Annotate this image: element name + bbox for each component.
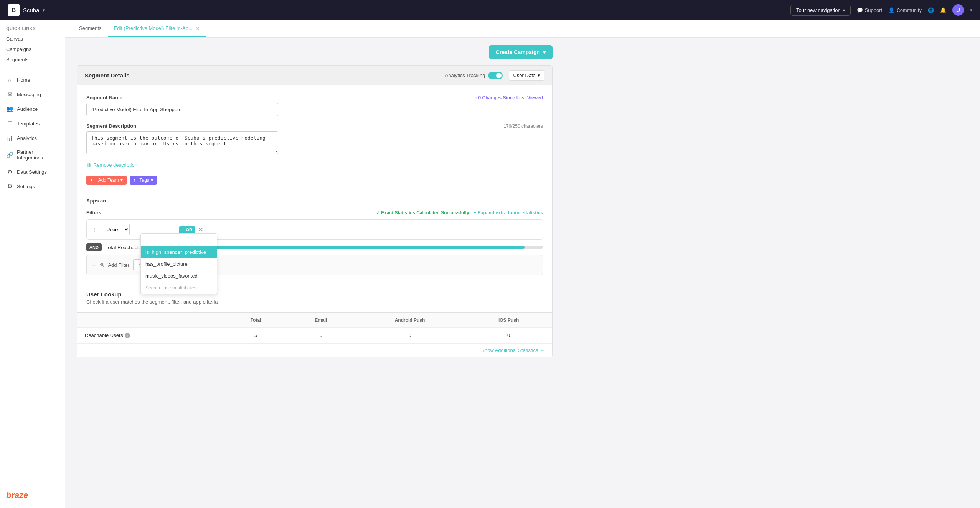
sidebar-item-home[interactable]: ⌂ Home xyxy=(0,73,65,87)
analytics-tracking-toggle[interactable] xyxy=(488,72,503,79)
header-right: Analytics Tracking User Data ▾ xyxy=(445,70,544,81)
sidebar-item-messaging[interactable]: ✉ Messaging xyxy=(0,87,65,102)
segment-card: Segment Details Analytics Tracking User … xyxy=(77,65,553,357)
segment-description-textarea[interactable]: This segment is the outcome of Scuba's p… xyxy=(86,131,278,154)
add-tags-chevron-icon: ▾ xyxy=(151,178,153,183)
sidebar-label-data-settings: Data Settings xyxy=(17,169,47,175)
content-area: Create Campaign ▾ Segment Details Analyt… xyxy=(65,38,564,365)
community-link[interactable]: 👤 Community xyxy=(888,7,922,13)
dropdown-item-is-high-spender[interactable]: is_high_spender_predictive xyxy=(141,246,217,258)
analytics-icon: 📊 xyxy=(6,135,13,141)
support-link[interactable]: 💬 Support xyxy=(857,7,883,13)
show-additional-row: Show Additional Statistics → xyxy=(77,343,552,357)
create-campaign-chevron-icon: ▾ xyxy=(543,49,546,55)
segment-description-label-row: Segment Description 176/250 characters xyxy=(86,123,543,129)
drag-handle-icon[interactable]: ⋮ xyxy=(92,227,97,233)
cell-total: 5 xyxy=(224,328,287,343)
row-label: Reachable Users i xyxy=(77,328,224,343)
sidebar-item-audience[interactable]: 👥 Audience xyxy=(0,102,65,116)
tab-close-icon[interactable]: ✕ xyxy=(196,26,200,31)
trash-icon: 🗑 xyxy=(86,162,91,168)
or-badge[interactable]: + OR xyxy=(179,226,195,233)
tour-navigation-button[interactable]: Tour new navigation ▾ xyxy=(790,5,851,16)
sidebar-item-templates[interactable]: ☰ Templates xyxy=(0,116,65,131)
main-content: Segments Edit (Predictive Model) Elite I… xyxy=(65,20,980,508)
table-header-row: Total Email Android Push iOS Push xyxy=(77,313,552,328)
users-select[interactable]: Users xyxy=(101,224,130,235)
sidebar-label-messaging: Messaging xyxy=(17,92,41,97)
support-label: Support xyxy=(865,7,883,13)
quick-link-canvas[interactable]: Canvas xyxy=(0,34,65,44)
reachable-users-label: Reachable Users i xyxy=(85,332,216,338)
user-data-label: User Data xyxy=(513,72,536,78)
dropdown-item-music-videos[interactable]: music_videos_favorited xyxy=(141,270,217,282)
sidebar-label-analytics: Analytics xyxy=(17,135,37,141)
brand-name: Scuba xyxy=(23,7,40,13)
create-campaign-row: Create Campaign ▾ xyxy=(77,45,553,59)
filter-stats: ✓ Exact Statistics Calculated Successful… xyxy=(376,210,543,215)
sidebar-item-settings[interactable]: ⚙ Settings xyxy=(0,179,65,194)
reachable-users-text: Reachable Users xyxy=(85,332,123,338)
sidebar-item-data-settings[interactable]: ⚙ Data Settings xyxy=(0,164,65,179)
changes-link[interactable]: ≡ 0 Changes Since Last Viewed xyxy=(474,95,543,100)
tab-segments[interactable]: Segments xyxy=(73,20,108,37)
filters-label: Filters xyxy=(86,210,101,215)
sidebar-label-templates: Templates xyxy=(17,121,40,127)
remove-description-link[interactable]: 🗑 Remove description xyxy=(86,162,543,168)
analytics-tracking-control: Analytics Tracking xyxy=(445,72,503,79)
add-team-button[interactable]: + + Add Team ▾ xyxy=(86,176,127,185)
home-icon: ⌂ xyxy=(6,77,13,83)
sidebar-label-home: Home xyxy=(17,77,30,83)
expand-funnel-link[interactable]: + Expand extra funnel statistics xyxy=(474,210,543,215)
brand-chevron-icon[interactable]: ▾ xyxy=(43,8,45,13)
quick-links-heading: QUICK LINKS xyxy=(0,20,65,34)
filter-row-inner-1: ⋮ Users is_high_spender_predictive has_p… xyxy=(87,220,543,239)
filter-funnel-icon: ⚗ xyxy=(99,262,104,268)
item-label: is_high_spender_predictive xyxy=(145,249,206,255)
sidebar-item-partner-integrations[interactable]: 🔗 Partner Integrations xyxy=(0,145,65,164)
create-campaign-button[interactable]: Create Campaign ▾ xyxy=(489,45,553,59)
col-label xyxy=(77,313,224,328)
exact-stats: ✓ Exact Statistics Calculated Successful… xyxy=(376,210,469,215)
info-icon[interactable]: i xyxy=(125,333,130,338)
sidebar: QUICK LINKS Canvas Campaigns Segments ⌂ … xyxy=(0,20,65,508)
tab-bar: Segments Edit (Predictive Model) Elite I… xyxy=(65,20,980,38)
sidebar-item-analytics[interactable]: 📊 Analytics xyxy=(0,131,65,145)
show-additional-stats-link[interactable]: Show Additional Statistics → xyxy=(481,347,544,353)
remove-filter-button[interactable]: ✕ xyxy=(198,227,203,233)
add-filter-plus-icon[interactable]: + xyxy=(92,262,96,269)
partner-icon: 🔗 xyxy=(6,151,13,158)
attribute-search-input[interactable] xyxy=(141,234,217,246)
add-team-label: + Add Team xyxy=(94,178,119,183)
add-tags-button[interactable]: 🏷 Tags ▾ xyxy=(130,176,157,185)
bottom-table-section: Total Email Android Push iOS Push Reacha… xyxy=(77,312,552,343)
filters-header: Filters ✓ Exact Statistics Calculated Su… xyxy=(86,210,543,215)
dropdown-item-has-profile-picture[interactable]: has_profile_picture xyxy=(141,258,217,270)
remove-description-label: Remove description xyxy=(93,162,137,168)
cell-ios-push: 0 xyxy=(465,328,552,343)
user-menu-chevron-icon[interactable]: ▾ xyxy=(970,8,972,13)
globe-icon[interactable]: 🌐 xyxy=(928,7,934,13)
user-data-button[interactable]: User Data ▾ xyxy=(509,70,544,81)
segment-name-label: Segment Name xyxy=(86,95,122,100)
audience-icon: 👥 xyxy=(6,105,13,112)
notifications-icon[interactable]: 🔔 xyxy=(940,7,946,13)
segment-name-input[interactable] xyxy=(86,103,278,116)
tab-segments-label: Segments xyxy=(79,25,102,31)
tab-edit-label: Edit (Predictive Model) Elite In-Ap... xyxy=(114,25,193,31)
quick-link-campaigns[interactable]: Campaigns xyxy=(0,44,65,54)
user-avatar[interactable]: U xyxy=(952,4,964,16)
segment-description-row: Segment Description 176/250 characters T… xyxy=(86,123,543,155)
segment-description-label: Segment Description xyxy=(86,123,136,129)
sidebar-label-partner: Partner Integrations xyxy=(17,149,59,161)
messaging-icon: ✉ xyxy=(6,91,13,98)
add-tags-label: Tags xyxy=(140,178,149,183)
search-custom-attributes[interactable]: Search custom attributes... xyxy=(141,282,217,294)
tab-edit[interactable]: Edit (Predictive Model) Elite In-Ap... ✕ xyxy=(108,20,206,37)
or-label: OR xyxy=(186,227,192,232)
sidebar-divider xyxy=(0,69,65,69)
quick-link-segments[interactable]: Segments xyxy=(0,54,65,65)
col-total: Total xyxy=(224,313,287,328)
col-android-push: Android Push xyxy=(355,313,465,328)
segment-name-label-row: Segment Name ≡ 0 Changes Since Last View… xyxy=(86,95,543,100)
